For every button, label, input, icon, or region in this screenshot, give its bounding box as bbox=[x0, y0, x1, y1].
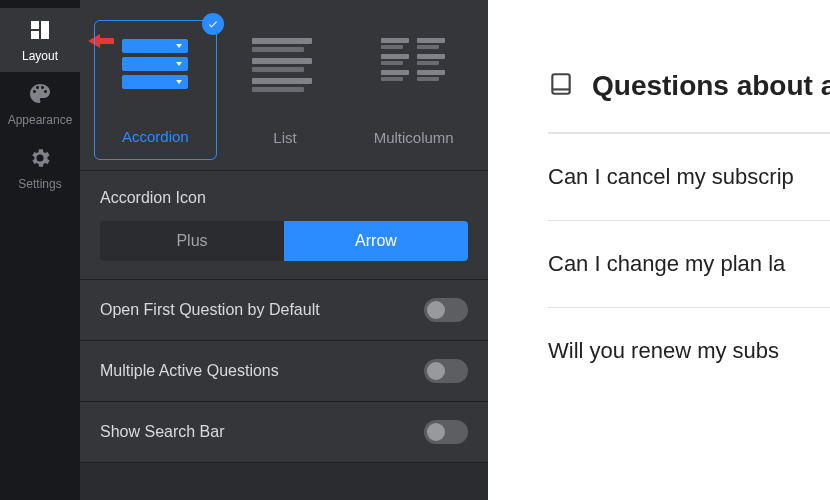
toggle-label: Open First Question by Default bbox=[100, 301, 320, 319]
gear-icon bbox=[28, 146, 52, 173]
preview-area: Questions about al Can I cancel my subsc… bbox=[488, 0, 830, 500]
layout-options: Accordion List bbox=[80, 0, 488, 171]
sidebar-item-settings[interactable]: Settings bbox=[0, 136, 80, 200]
accordion-icon-section: Accordion Icon Plus Arrow bbox=[80, 171, 488, 280]
segment-arrow[interactable]: Arrow bbox=[284, 221, 468, 261]
section-title: Accordion Icon bbox=[100, 189, 468, 207]
preview-title: Questions about al bbox=[592, 70, 830, 102]
layout-option-label: List bbox=[273, 129, 296, 146]
accordion-icon-segmented: Plus Arrow bbox=[100, 221, 468, 261]
checkmark-badge-icon bbox=[202, 13, 224, 35]
sidebar-item-label: Settings bbox=[18, 177, 61, 191]
multicolumn-thumb-icon bbox=[381, 38, 447, 81]
toggle-show-search-bar: Show Search Bar bbox=[80, 402, 488, 463]
toggle-label: Show Search Bar bbox=[100, 423, 225, 441]
sidebar-item-label: Appearance bbox=[8, 113, 73, 127]
sidebar-item-label: Layout bbox=[22, 49, 58, 63]
segment-plus[interactable]: Plus bbox=[100, 221, 284, 261]
toggle-multiple-active-questions: Multiple Active Questions bbox=[80, 341, 488, 402]
layout-option-multicolumn[interactable]: Multicolumn bbox=[353, 20, 474, 160]
toggle-open-first-question: Open First Question by Default bbox=[80, 280, 488, 341]
layout-option-label: Accordion bbox=[122, 128, 189, 145]
toggle-switch[interactable] bbox=[424, 298, 468, 322]
book-icon bbox=[548, 71, 574, 101]
layout-icon bbox=[28, 18, 52, 45]
layout-option-label: Multicolumn bbox=[374, 129, 454, 146]
faq-question-item[interactable]: Can I cancel my subscrip bbox=[548, 133, 830, 220]
list-thumb-icon bbox=[252, 38, 318, 94]
svg-rect-0 bbox=[552, 74, 569, 94]
palette-icon bbox=[28, 82, 52, 109]
sidebar-item-layout[interactable]: Layout bbox=[0, 8, 80, 72]
faq-question-item[interactable]: Will you renew my subs bbox=[548, 307, 830, 394]
toggle-switch[interactable] bbox=[424, 420, 468, 444]
toggle-switch[interactable] bbox=[424, 359, 468, 383]
toggle-label: Multiple Active Questions bbox=[100, 362, 279, 380]
layout-option-list[interactable]: List bbox=[225, 20, 346, 160]
sidebar: Layout Appearance Settings bbox=[0, 0, 80, 500]
config-panel: Accordion List bbox=[80, 0, 488, 500]
sidebar-item-appearance[interactable]: Appearance bbox=[0, 72, 80, 136]
accordion-thumb-icon bbox=[122, 39, 188, 89]
faq-question-item[interactable]: Can I change my plan la bbox=[548, 220, 830, 307]
preview-header: Questions about al bbox=[548, 70, 830, 102]
layout-option-accordion[interactable]: Accordion bbox=[94, 20, 217, 160]
